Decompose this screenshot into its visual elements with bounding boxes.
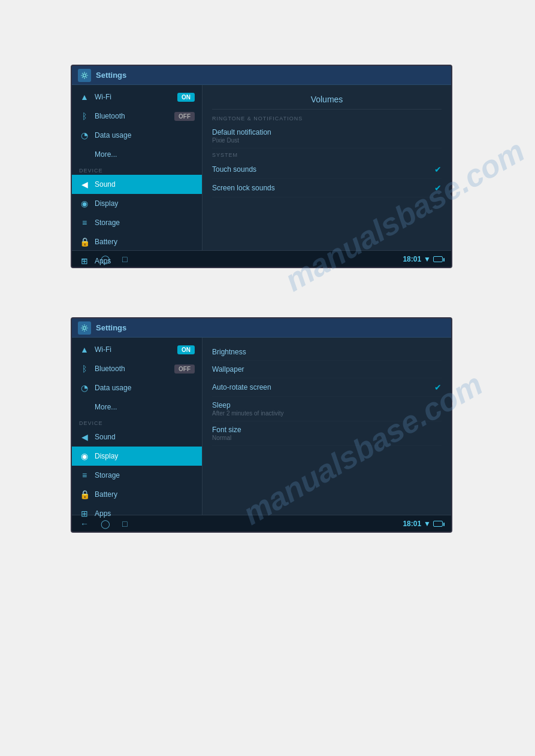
sidebar-item-bluetooth-2[interactable]: ᛒ Bluetooth OFF [72,359,202,378]
data-icon-1: ◔ [79,130,90,141]
ringtone-section-label: RINGTONE & NOTIFICATIONS [212,112,442,124]
sleep-text: Sleep After 2 minutes of inactivity [212,401,442,417]
font-size-text: Font size Normal [212,426,442,441]
brightness-item[interactable]: Brightness [212,344,442,361]
wifi-signal-1: ▼ [424,255,431,263]
svg-point-0 [83,74,86,77]
sidebar-item-display-1[interactable]: ◉ Display [72,194,202,213]
content-area-2: Brightness Wallpaper Auto-rotate screen … [202,338,451,515]
auto-rotate-item[interactable]: Auto-rotate screen ✔ [212,378,442,397]
wifi-toggle-2[interactable]: ON [177,345,195,354]
bluetooth-icon-1: ᛒ [79,111,90,122]
touch-sounds-item[interactable]: Touch sounds ✔ [212,160,442,179]
battery-indicator-1 [433,256,443,262]
content-area-1: Volumes RINGTONE & NOTIFICATIONS Default… [202,85,451,250]
apps-label-1: Apps [95,257,111,265]
svg-point-1 [83,326,86,329]
title-text-2: Settings [96,323,126,332]
wifi-signal-2: ▼ [424,520,431,528]
sidebar-2: ▲ Wi-Fi ON ᛒ Bluetooth OFF ◔ Data usage … [72,338,202,515]
storage-icon-2: ≡ [79,470,90,481]
sidebar-1: ▲ Wi-Fi ON ᛒ Bluetooth OFF ◔ Data usage [72,85,202,250]
system-section-label: SYSTEM [212,148,442,160]
sound-icon-1: ◀ [79,179,90,190]
sleep-item[interactable]: Sleep After 2 minutes of inactivity [212,397,442,421]
wallpaper-text: Wallpaper [212,365,442,374]
default-notification-text: Default notification Pixie Dust [212,128,442,144]
display-label-1: Display [95,199,118,208]
time-text-2: 18:01 [403,520,421,528]
data-label-1: Data usage [95,131,131,139]
sidebar-item-data-2[interactable]: ◔ Data usage [72,378,202,397]
display-label-2: Display [95,452,118,460]
sidebar-item-bluetooth-1[interactable]: ᛒ Bluetooth OFF [72,107,202,126]
bluetooth-label-2: Bluetooth [95,365,125,373]
title-bar-2: Settings [72,318,451,338]
touch-sounds-check: ✔ [434,165,442,174]
battery-label-2: Battery [95,490,117,499]
storage-label-1: Storage [95,218,120,227]
wallpaper-label: Wallpaper [212,365,442,374]
storage-label-2: Storage [95,471,120,479]
screen2-body: ▲ Wi-Fi ON ᛒ Bluetooth OFF ◔ Data usage … [72,338,451,515]
battery-indicator-2 [433,521,443,527]
screen-lock-sounds-check: ✔ [434,183,442,193]
bluetooth-toggle-2[interactable]: OFF [174,365,195,374]
sidebar-item-data-1[interactable]: ◔ Data usage [72,126,202,145]
more-label-2: More... [95,403,117,411]
screen2: Settings ▲ Wi-Fi ON ᛒ Bluetooth OFF ◔ Da… [71,317,452,533]
apps-icon-2: ⊞ [79,508,90,519]
wifi-label-1: Wi-Fi [95,93,111,101]
sidebar-item-battery-2[interactable]: 🔒 Battery [72,485,202,504]
battery-icon-2: 🔒 [79,489,90,500]
sidebar-item-more-2[interactable]: More... [72,397,202,417]
auto-rotate-label: Auto-rotate screen [212,383,430,391]
screen-lock-sounds-text: Screen lock sounds [212,184,430,192]
default-notification-item[interactable]: Default notification Pixie Dust [212,124,442,148]
sidebar-item-battery-1[interactable]: 🔒 Battery [72,232,202,251]
sidebar-item-sound-1[interactable]: ◀ Sound [72,175,202,194]
settings-icon-2 [78,321,91,335]
settings-icon-1 [78,69,91,82]
more-icon-2 [79,402,90,412]
sidebar-item-apps-2[interactable]: ⊞ Apps [72,504,202,523]
bluetooth-label-1: Bluetooth [95,112,125,120]
touch-sounds-text: Touch sounds [212,165,430,174]
wifi-icon-2: ▲ [79,344,90,355]
bluetooth-toggle-1[interactable]: OFF [174,112,195,121]
sidebar-item-storage-2[interactable]: ≡ Storage [72,466,202,485]
battery-label-1: Battery [95,238,117,246]
device-section-1: DEVICE [72,164,202,175]
wifi-toggle-1[interactable]: ON [177,93,195,102]
sound-icon-2: ◀ [79,432,90,442]
sidebar-item-storage-1[interactable]: ≡ Storage [72,213,202,232]
data-label-2: Data usage [95,384,131,392]
sidebar-item-apps-1[interactable]: ⊞ Apps [72,251,202,268]
apps-label-2: Apps [95,509,111,518]
screen-lock-sounds-label: Screen lock sounds [212,184,430,192]
nav-time-2: 18:01 ▼ [403,520,443,528]
default-notification-label: Default notification [212,128,442,136]
nav-time-1: 18:01 ▼ [403,255,443,263]
screen-lock-sounds-item[interactable]: Screen lock sounds ✔ [212,179,442,198]
sidebar-item-more-1[interactable]: More... [72,145,202,164]
auto-rotate-text: Auto-rotate screen [212,383,430,391]
title-text-1: Settings [96,71,126,80]
wifi-icon-1: ▲ [79,92,90,102]
default-notification-sublabel: Pixie Dust [212,137,442,144]
battery-icon-1: 🔒 [79,236,90,247]
brightness-label: Brightness [212,348,442,356]
storage-icon-1: ≡ [79,217,90,228]
sidebar-item-wifi-1[interactable]: ▲ Wi-Fi ON [72,87,202,107]
bluetooth-icon-2: ᛒ [79,363,90,374]
wallpaper-item[interactable]: Wallpaper [212,361,442,378]
sidebar-item-display-2[interactable]: ◉ Display [72,447,202,466]
sidebar-item-wifi-2[interactable]: ▲ Wi-Fi ON [72,340,202,359]
apps-icon-1: ⊞ [79,256,90,266]
display-icon-1: ◉ [79,198,90,209]
auto-rotate-check: ✔ [434,382,442,392]
font-size-item[interactable]: Font size Normal [212,421,442,446]
sidebar-item-sound-2[interactable]: ◀ Sound [72,427,202,447]
font-size-label: Font size [212,426,442,434]
data-icon-2: ◔ [79,382,90,393]
